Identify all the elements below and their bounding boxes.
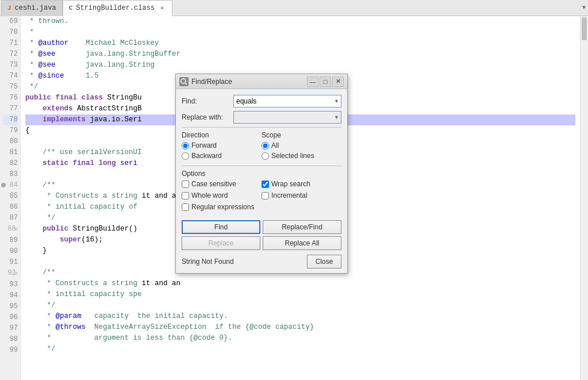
scope-all[interactable]: All — [262, 141, 341, 149]
tab-ceshi-label: ceshi.java — [15, 4, 56, 12]
find-replace-dialog: Find/Replace — □ ✕ Find: ▼ Replace with: — [175, 74, 348, 274]
direction-col: Direction Forward Backward — [182, 131, 262, 162]
tab-stringbuilder[interactable]: C StringBuilder.class ✕ — [63, 0, 172, 16]
regex-label: Regular expressions — [191, 203, 254, 211]
close-window-button[interactable]: ✕ — [332, 76, 344, 87]
direction-backward-label: Backward — [191, 152, 222, 160]
code-line-72: * @see java.lang.StringBuffer — [25, 49, 575, 60]
editor-area: 69 70 71 72 73 74 75 76 77 78 79 80 81 8… — [0, 16, 588, 380]
replace-button[interactable]: Replace — [182, 236, 260, 250]
regex-checkbox[interactable] — [182, 204, 189, 211]
code-line-94: * initial capacity spe — [25, 289, 575, 300]
class-icon: C — [69, 5, 73, 11]
options-grid: Case sensitive Wrap search Whole word In… — [182, 180, 341, 213]
options-title: Options — [182, 170, 341, 178]
wrap-search-checkbox[interactable] — [262, 181, 269, 188]
code-line-96: * @param capacity the initial capacity. — [25, 311, 575, 322]
find-row: Find: ▼ — [182, 95, 341, 108]
code-line-73: * @see java.lang.String — [25, 60, 575, 71]
action-buttons: Find Replace/Find Replace Replace All — [176, 218, 347, 252]
line-numbers: 69 70 71 72 73 74 75 76 77 78 79 80 81 8… — [0, 16, 21, 380]
direction-title: Direction — [182, 131, 262, 139]
replace-find-button[interactable]: Replace/Find — [263, 220, 341, 234]
replace-all-button[interactable]: Replace All — [263, 236, 341, 250]
option-regular-expressions[interactable]: Regular expressions — [182, 203, 341, 211]
tab-stringbuilder-label: StringBuilder.class — [76, 4, 155, 12]
editor-menu-button[interactable]: ▼ — [580, 5, 588, 11]
option-wrap-search[interactable]: Wrap search — [262, 180, 341, 188]
case-sensitive-checkbox[interactable] — [182, 181, 189, 188]
maximize-button[interactable]: □ — [320, 76, 331, 87]
scope-title: Scope — [262, 131, 341, 139]
scope-selected[interactable]: Selected lines — [262, 152, 341, 160]
replace-input[interactable] — [233, 111, 341, 124]
section-divider-2 — [182, 166, 341, 166]
option-case-sensitive[interactable]: Case sensitive — [182, 180, 262, 188]
direction-backward-radio[interactable] — [182, 152, 189, 160]
direction-backward[interactable]: Backward — [182, 152, 262, 160]
incremental-label: Incremental — [271, 191, 308, 199]
find-input[interactable] — [233, 95, 341, 108]
code-line-98: * argument is less than {@code 0}. — [25, 333, 575, 344]
dialog-body: Find: ▼ Replace with: ▼ Direction — [176, 89, 347, 218]
dialog-titlebar: Find/Replace — □ ✕ — [176, 74, 347, 89]
svg-line-1 — [185, 83, 187, 85]
tab-close-stringbuilder[interactable]: ✕ — [158, 4, 166, 12]
wrap-search-label: Wrap search — [271, 180, 310, 188]
scope-col: Scope All Selected lines — [262, 131, 341, 162]
dialog-title-text: Find/Replace — [191, 78, 232, 86]
window-controls: — □ ✕ — [307, 76, 344, 87]
direction-forward-label: Forward — [191, 141, 217, 149]
replace-row: Replace with: ▼ — [182, 111, 341, 124]
status-text: String Not Found — [182, 258, 234, 266]
code-line-70: * — [25, 27, 575, 38]
option-whole-word[interactable]: Whole word — [182, 191, 262, 199]
vertical-scrollbar[interactable] — [580, 16, 588, 380]
section-divider-1 — [182, 127, 341, 128]
options-section: Options Case sensitive Wrap search Whole… — [182, 170, 341, 213]
tab-ceshi[interactable]: J ceshi.java — [1, 0, 63, 16]
code-line-69: * thrown. — [25, 16, 575, 27]
scope-all-label: All — [271, 141, 279, 149]
replace-label: Replace with: — [182, 113, 233, 121]
dialog-app-icon — [179, 77, 189, 86]
svg-point-0 — [181, 79, 186, 83]
minimize-button[interactable]: — — [307, 76, 318, 87]
replace-input-wrapper: ▼ — [233, 111, 341, 124]
dialog-title-area: Find/Replace — [179, 77, 232, 86]
code-line-71: * @author Michael McCloskey — [25, 38, 575, 49]
close-dialog-button[interactable]: Close — [307, 255, 341, 268]
scope-all-radio[interactable] — [262, 142, 269, 149]
dialog-bottom-row: String Not Found Close — [176, 252, 347, 273]
direction-forward[interactable]: Forward — [182, 141, 262, 149]
case-sensitive-label: Case sensitive — [191, 180, 236, 188]
java-icon: J — [7, 5, 11, 11]
code-line-93: * Constructs a string it and an — [25, 278, 575, 289]
whole-word-checkbox[interactable] — [182, 192, 189, 199]
direction-scope-row: Direction Forward Backward Scope All — [182, 131, 341, 162]
scope-selected-label: Selected lines — [271, 152, 314, 160]
scope-selected-radio[interactable] — [262, 152, 269, 160]
code-line-99: */ — [25, 344, 575, 355]
whole-word-label: Whole word — [191, 191, 228, 199]
code-line-97: * @throws NegativeArraySizeException if … — [25, 322, 575, 333]
find-label: Find: — [182, 97, 233, 105]
find-button[interactable]: Find — [182, 220, 260, 234]
find-input-wrapper: ▼ — [233, 95, 341, 108]
tab-bar: J ceshi.java C StringBuilder.class ✕ ▼ — [0, 0, 588, 16]
direction-forward-radio[interactable] — [182, 142, 189, 149]
option-incremental[interactable]: Incremental — [262, 191, 341, 199]
code-line-95: */ — [25, 300, 575, 311]
incremental-checkbox[interactable] — [262, 192, 269, 199]
